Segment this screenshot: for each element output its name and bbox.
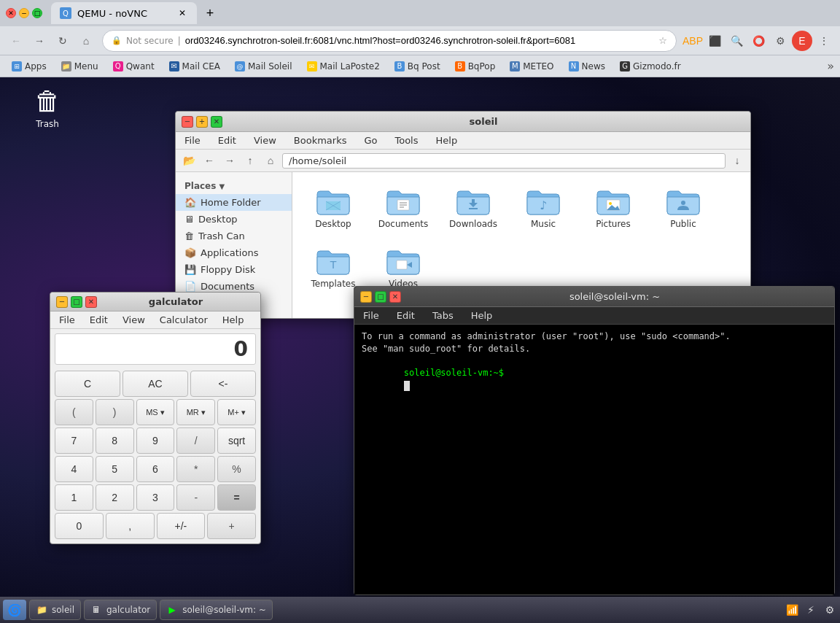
taskbar-start-button[interactable]: 🌀 — [3, 600, 26, 620]
bookmark-news[interactable]: N News — [563, 60, 611, 73]
browser-menu-button[interactable]: ⋮ — [814, 31, 834, 51]
fm-menu-bookmarks[interactable]: Bookmarks — [291, 134, 350, 147]
taskbar-item-galculator[interactable]: 🖩 galculator — [84, 600, 157, 620]
fm-menu-go[interactable]: Go — [361, 134, 380, 147]
calc-rparen-button[interactable]: ) — [96, 399, 134, 425]
browser-back-button[interactable]: ← — [6, 31, 26, 51]
terminal-menu-file[interactable]: File — [360, 309, 382, 322]
abp-icon[interactable]: ABP — [682, 31, 703, 51]
bookmark-mailsoleil[interactable]: @ Mail Soleil — [229, 60, 298, 73]
folder-desktop[interactable]: Desktop — [304, 184, 362, 232]
calc-decimal-button[interactable]: , — [106, 513, 155, 539]
fm-menu-view[interactable]: View — [251, 134, 279, 147]
sidebar-item-desktop[interactable]: 🖥 Desktop — [176, 211, 292, 228]
folder-videos[interactable]: Videos — [374, 244, 432, 292]
fm-home-button[interactable]: ⌂ — [262, 152, 279, 169]
calc-multiply-button[interactable]: * — [176, 456, 215, 482]
sidebar-item-applications[interactable]: 📦 Applications — [176, 244, 292, 261]
fm-close-button[interactable]: − — [182, 116, 193, 128]
calc-menu-edit[interactable]: Edit — [87, 313, 111, 327]
fm-forward-button[interactable]: → — [221, 152, 238, 169]
extension-icon-1[interactable]: ⬛ — [704, 31, 725, 51]
fm-menu-help[interactable]: Help — [433, 134, 461, 147]
bookmark-maillaposte[interactable]: ✉ Mail LaPoste2 — [301, 60, 386, 73]
browser-home-button[interactable]: ⌂ — [76, 31, 96, 51]
bookmark-menu[interactable]: 📁 Menu — [55, 60, 104, 73]
browser-minimize-button[interactable]: − — [19, 8, 29, 18]
fm-menu-file[interactable]: File — [182, 134, 203, 147]
folder-downloads[interactable]: Downloads — [444, 184, 502, 232]
calc-maximize-button[interactable]: □ — [71, 296, 82, 308]
calc-clear-button[interactable]: C — [55, 371, 120, 397]
calc-divide-button[interactable]: / — [176, 427, 215, 454]
browser-maximize-button[interactable]: □ — [32, 8, 42, 18]
calc-5-button[interactable]: 5 — [96, 456, 134, 482]
user-avatar[interactable]: E — [792, 31, 812, 51]
terminal-menu-edit[interactable]: Edit — [394, 309, 418, 322]
browser-refresh-button[interactable]: ↻ — [52, 31, 73, 51]
calc-close-button[interactable]: ✕ — [85, 296, 97, 308]
browser-tab-active[interactable]: Q QEMU - noVNC ✕ — [51, 2, 197, 24]
bookmark-mailcea[interactable]: ✉ Mail CEA — [163, 60, 226, 73]
fm-new-folder-button[interactable]: 📂 — [180, 152, 198, 169]
bookmark-apps[interactable]: ⊞ Apps — [6, 60, 52, 73]
bookmark-bqpop[interactable]: B BqPop — [449, 60, 502, 73]
calc-menu-help[interactable]: Help — [219, 313, 247, 327]
terminal-menu-help[interactable]: Help — [468, 309, 496, 322]
calc-7-button[interactable]: 7 — [55, 427, 93, 454]
taskbar-settings-icon[interactable]: ⚙ — [822, 603, 837, 617]
fm-address-bar[interactable]: /home/soleil — [282, 153, 726, 169]
sidebar-item-floppy[interactable]: 💾 Floppy Disk — [176, 261, 292, 278]
calc-ms-button[interactable]: MS ▾ — [136, 399, 175, 425]
terminal-close-button[interactable]: ✕ — [389, 291, 401, 303]
desktop-trash-icon[interactable]: 🗑 Trash — [22, 83, 73, 132]
bookmark-bqpost[interactable]: B Bq Post — [389, 60, 446, 73]
address-input[interactable] — [185, 35, 655, 46]
bookmark-qwant[interactable]: Q Qwant — [107, 60, 160, 73]
folder-templates[interactable]: T Templates — [304, 244, 362, 292]
sidebar-item-home[interactable]: 🏠 Home Folder — [176, 194, 292, 211]
taskbar-bluetooth-icon[interactable]: ⚡ — [804, 603, 818, 617]
taskbar-item-terminal[interactable]: ▶ soleil@soleil-vm: ~ — [160, 600, 273, 620]
terminal-maximize-button[interactable]: □ — [375, 291, 386, 303]
folder-music[interactable]: ♪ Music — [514, 184, 572, 232]
calc-equals-button[interactable]: = — [217, 484, 256, 511]
terminal-menu-tabs[interactable]: Tabs — [429, 309, 456, 322]
taskbar-network-icon[interactable]: 📶 — [785, 603, 799, 617]
extension-icon-4[interactable]: ⚙ — [770, 31, 790, 51]
calc-minimize-button[interactable]: − — [56, 296, 68, 308]
calc-sqrt-button[interactable]: sqrt — [217, 427, 256, 454]
folder-public[interactable]: Public — [654, 184, 712, 232]
browser-close-button[interactable]: ✕ — [6, 8, 16, 18]
bookmark-meteo[interactable]: M METEO — [504, 60, 559, 73]
bookmark-gizmodo[interactable]: G Gizmodo.fr — [614, 60, 687, 73]
calc-menu-file[interactable]: File — [56, 313, 78, 327]
calc-1-button[interactable]: 1 — [55, 484, 93, 511]
calc-0-button[interactable]: 0 — [55, 513, 104, 539]
calc-8-button[interactable]: 8 — [96, 427, 134, 454]
calc-lparen-button[interactable]: ( — [55, 399, 93, 425]
browser-forward-button[interactable]: → — [29, 31, 50, 51]
new-tab-button[interactable]: + — [200, 3, 220, 23]
fm-up-button[interactable]: ↑ — [241, 152, 259, 169]
folder-documents[interactable]: Documents — [374, 184, 432, 232]
calc-minus-button[interactable]: - — [176, 484, 215, 511]
tab-close-button[interactable]: ✕ — [176, 7, 188, 19]
extension-icon-2[interactable]: 🔍 — [726, 31, 747, 51]
calc-mplus-button[interactable]: M+ ▾ — [217, 399, 256, 425]
bookmark-star[interactable]: ☆ — [658, 35, 667, 46]
calc-9-button[interactable]: 9 — [136, 427, 175, 454]
taskbar-item-soleil[interactable]: 📁 soleil — [29, 600, 81, 620]
calc-menu-calculator[interactable]: Calculator — [157, 313, 211, 327]
calc-menu-view[interactable]: View — [120, 313, 148, 327]
fm-reload-button[interactable]: ↓ — [728, 152, 746, 169]
sidebar-item-trash[interactable]: 🗑 Trash Can — [176, 228, 292, 244]
more-bookmarks-button[interactable]: » — [827, 59, 834, 73]
terminal-content[interactable]: To run a command as administrator (user … — [354, 325, 834, 595]
calc-mr-button[interactable]: MR ▾ — [176, 399, 215, 425]
fm-minimize-button[interactable]: + — [196, 116, 208, 128]
terminal-minimize-button[interactable]: − — [360, 291, 372, 303]
folder-pictures[interactable]: Pictures — [584, 184, 642, 232]
calc-6-button[interactable]: 6 — [136, 456, 175, 482]
extension-icon-3[interactable]: ⭕ — [748, 31, 769, 51]
